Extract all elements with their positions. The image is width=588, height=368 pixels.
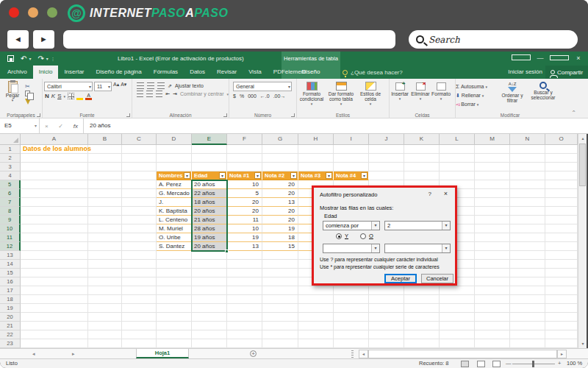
filter-dropdown-icon-nota-3[interactable]: ▾: [326, 172, 332, 179]
cell-L2[interactable]: [440, 154, 475, 163]
cell-B11[interactable]: [88, 233, 122, 242]
row-header-20[interactable]: 20: [0, 313, 21, 322]
cell-B5[interactable]: [88, 180, 122, 189]
row-header-22[interactable]: 22: [0, 330, 21, 339]
cell-M9[interactable]: [475, 216, 510, 224]
cell-K22[interactable]: [404, 330, 440, 339]
ribbon-tab-vista[interactable]: Vista: [243, 66, 268, 79]
cell-B6[interactable]: [88, 189, 122, 198]
cell-O18[interactable]: [545, 295, 578, 304]
formula-input[interactable]: 20 años: [84, 118, 588, 133]
row-header-13[interactable]: 13: [0, 251, 21, 260]
cell-M16[interactable]: [475, 277, 510, 286]
column-header-G[interactable]: G: [262, 134, 298, 145]
conditional-formatting-button[interactable]: Formato condicional▾: [297, 81, 326, 107]
cell-J21[interactable]: [369, 322, 404, 330]
cell-C16[interactable]: [122, 277, 157, 286]
cell-I23[interactable]: [334, 339, 369, 348]
accounting-format-button[interactable]: $: [233, 93, 236, 99]
cell-N13[interactable]: [510, 251, 545, 260]
cell-E15[interactable]: [192, 269, 227, 277]
cell-N20[interactable]: [510, 313, 545, 322]
cell-F18[interactable]: [227, 295, 262, 304]
scroll-down-icon[interactable]: ▾: [578, 339, 587, 348]
cell-B4[interactable]: [88, 171, 122, 180]
ribbon-tab-dise-o-de-p-gina[interactable]: Diseño de página: [90, 66, 148, 79]
cell-A14[interactable]: [21, 260, 88, 269]
cell-C4[interactable]: [122, 171, 157, 180]
cell-G13[interactable]: [262, 251, 298, 260]
cell-D16[interactable]: [157, 277, 192, 286]
cell-G5[interactable]: 20: [262, 180, 298, 189]
cell-C9[interactable]: [122, 216, 157, 224]
cell-F3[interactable]: [227, 163, 262, 171]
cell-H22[interactable]: [298, 330, 334, 339]
cell-L21[interactable]: [440, 322, 475, 330]
cell-E23[interactable]: [192, 339, 227, 348]
cell-E16[interactable]: [192, 277, 227, 286]
cell-G19[interactable]: [262, 304, 298, 313]
paste-dropdown-icon[interactable]: ▾: [3, 98, 22, 102]
cell-F21[interactable]: [227, 322, 262, 330]
cell-I18[interactable]: [334, 295, 369, 304]
scroll-right-icon[interactable]: ▸: [557, 350, 567, 358]
cell-B3[interactable]: [88, 163, 122, 171]
cell-C3[interactable]: [122, 163, 157, 171]
cell-K19[interactable]: [404, 304, 440, 313]
zoom-slider-thumb[interactable]: [532, 361, 534, 367]
underline-dropdown-icon[interactable]: ▾: [63, 94, 65, 99]
number-dialog-launcher-icon[interactable]: [291, 113, 295, 117]
row-header-14[interactable]: 14: [0, 260, 21, 269]
percent-style-button[interactable]: %: [240, 93, 244, 99]
cell-C10[interactable]: [122, 224, 157, 233]
cell-O10[interactable]: [545, 224, 578, 233]
cell-I19[interactable]: [334, 304, 369, 313]
cell-M15[interactable]: [475, 269, 510, 277]
cell-O11[interactable]: [545, 233, 578, 242]
cell-M17[interactable]: [475, 286, 510, 295]
tab-splitter-handle[interactable]: [351, 350, 354, 358]
cell-F1[interactable]: [227, 145, 262, 154]
cell-N21[interactable]: [510, 322, 545, 330]
format-as-table-button[interactable]: Dar formato como tabla▾: [326, 81, 356, 107]
cell-B1[interactable]: [88, 145, 122, 154]
ribbon-tab-insertar[interactable]: Insertar: [58, 66, 90, 79]
row-header-5[interactable]: 5: [0, 180, 21, 189]
cell-F2[interactable]: [227, 154, 262, 163]
restore-button[interactable]: [550, 52, 569, 66]
cell-A2[interactable]: [21, 154, 88, 163]
row-header-7[interactable]: 7: [0, 198, 21, 207]
cell-C18[interactable]: [122, 295, 157, 304]
cell-B21[interactable]: [88, 322, 122, 330]
font-color-button[interactable]: A: [85, 93, 92, 99]
normal-view-icon[interactable]: [461, 361, 469, 367]
cell-E18[interactable]: [192, 295, 227, 304]
cell-D2[interactable]: [157, 154, 192, 163]
cell-F14[interactable]: [227, 260, 262, 269]
cell-E3[interactable]: [192, 163, 227, 171]
cell-F15[interactable]: [227, 269, 262, 277]
cell-F22[interactable]: [227, 330, 262, 339]
font-size-combo[interactable]: 11▾: [94, 82, 112, 91]
customize-qat-icon[interactable]: ⋮: [51, 56, 55, 61]
cell-N6[interactable]: [510, 189, 545, 198]
cell-O5[interactable]: [545, 180, 578, 189]
row-header-17[interactable]: 17: [0, 286, 21, 295]
cell-F19[interactable]: [227, 304, 262, 313]
cell-N16[interactable]: [510, 277, 545, 286]
cell-G15[interactable]: [262, 269, 298, 277]
cell-N9[interactable]: [510, 216, 545, 224]
cell-N17[interactable]: [510, 286, 545, 295]
value-combo[interactable]: 2▾: [384, 221, 451, 230]
cell-K21[interactable]: [404, 322, 440, 330]
cell-E6[interactable]: 22 años: [192, 189, 227, 198]
cell-K4[interactable]: [404, 171, 440, 180]
cell-O15[interactable]: [545, 269, 578, 277]
cell-O2[interactable]: [545, 154, 578, 163]
cell-B17[interactable]: [88, 286, 122, 295]
cell-B2[interactable]: [88, 154, 122, 163]
cell-I17[interactable]: [334, 286, 369, 295]
decrease-decimal-button[interactable]: .00→: [273, 93, 286, 99]
alignment-dialog-launcher-icon[interactable]: [223, 113, 227, 117]
number-format-combo[interactable]: General▾: [233, 82, 292, 91]
